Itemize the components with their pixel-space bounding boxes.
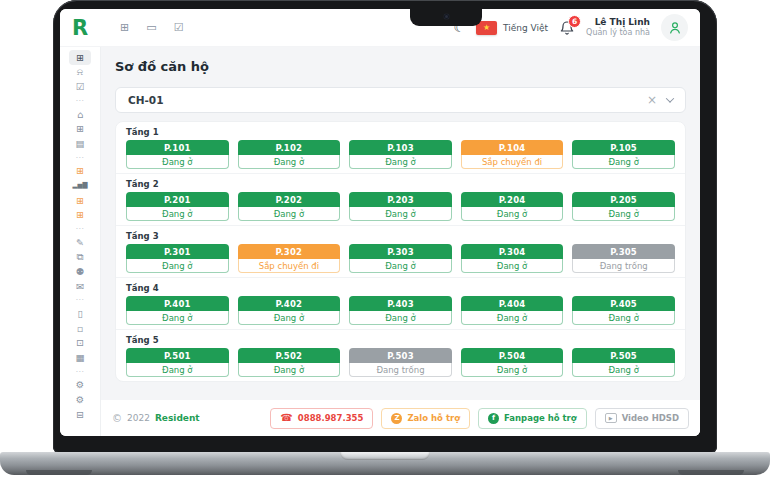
- room-number: P.504: [461, 348, 564, 363]
- media-icon: ⊡: [76, 337, 84, 348]
- room-card-p-102[interactable]: P.102Đang ở: [238, 140, 341, 169]
- page-title: Sơ đồ căn hộ: [115, 59, 686, 75]
- sidebar-item-home[interactable]: ⌂: [69, 107, 91, 122]
- room-card-p-503[interactable]: P.503Đang trống: [349, 348, 452, 377]
- room-number: P.105: [572, 140, 675, 155]
- sidebar-divider: ⋯: [76, 365, 85, 378]
- sidebar-divider: ⋯: [76, 222, 85, 235]
- sidebar-item-approvals[interactable]: ☑: [69, 79, 91, 94]
- room-card-p-205[interactable]: P.205Đang ở: [572, 192, 675, 221]
- webcam-icon: [444, 14, 449, 19]
- room-status: Đang ở: [572, 363, 675, 377]
- room-card-p-401[interactable]: P.401Đang ở: [126, 296, 229, 325]
- video-play-icon: ▶: [605, 413, 617, 423]
- room-card-p-302[interactable]: P.302Sắp chuyển đi: [238, 244, 341, 273]
- room-number: P.201: [126, 192, 229, 207]
- apartment-select-value: CH-01: [128, 94, 637, 106]
- room-number: P.103: [349, 140, 452, 155]
- room-card-p-405[interactable]: P.405Đang ở: [572, 296, 675, 325]
- sidebar-item-invoices[interactable]: ⊞: [69, 193, 91, 208]
- meters-icon: ⊞: [76, 209, 84, 220]
- room-card-p-105[interactable]: P.105Đang ở: [572, 140, 675, 169]
- dashboard-icon: ⊞: [76, 52, 84, 63]
- room-status: Đang ở: [349, 207, 452, 221]
- sidebar-divider: ⋯: [76, 94, 85, 107]
- notifications-button[interactable]: 6: [559, 20, 575, 36]
- sidebar-item-reports-chart[interactable]: ▂▅▇: [69, 178, 91, 193]
- language-switcher[interactable]: ★ Tiếng Việt: [476, 21, 548, 35]
- laptop-thumb-notch: [340, 452, 430, 460]
- phone-support-button[interactable]: ☎0888.987.355: [270, 408, 373, 429]
- documents-icon: ▫: [77, 323, 83, 334]
- sidebar-item-messages[interactable]: ✉: [69, 279, 91, 294]
- settings-icon: ⚙: [76, 379, 85, 390]
- room-card-p-301[interactable]: P.301Đang ở: [126, 244, 229, 273]
- room-card-p-305[interactable]: P.305Đang trống: [572, 244, 675, 273]
- sidebar-item-services[interactable]: ⊞: [69, 164, 91, 179]
- copyright-icon: ©: [112, 413, 122, 424]
- sidebar-item-settings[interactable]: ⚙: [69, 378, 91, 393]
- sidebar-divider: ⋯: [76, 293, 85, 306]
- tasks-check-icon[interactable]: ☑: [174, 21, 184, 34]
- room-card-p-502[interactable]: P.502Đang ở: [238, 348, 341, 377]
- room-card-p-204[interactable]: P.204Đang ở: [461, 192, 564, 221]
- floor-section: Tầng 2P.201Đang ởP.202Đang ởP.203Đang ởP…: [116, 173, 685, 225]
- room-number: P.503: [349, 348, 452, 363]
- sidebar-item-media[interactable]: ⊡: [69, 336, 91, 351]
- room-card-p-404[interactable]: P.404Đang ở: [461, 296, 564, 325]
- room-status: Đang ở: [461, 311, 564, 325]
- apartment-select[interactable]: CH-01 ×: [115, 87, 686, 113]
- sidebar: ⊞⍾☑⋯⌂⊞▤⋯⊞▂▅▇⊞⊞⋯✎⧉⚉✉⋯▯▫⊡▦⋯⚙⚙⊟: [60, 47, 100, 436]
- monitor-icon[interactable]: ▭: [146, 21, 156, 34]
- sidebar-item-calendar[interactable]: ▦: [69, 350, 91, 365]
- apartments-icon: ⊞: [76, 123, 84, 134]
- room-card-p-303[interactable]: P.303Đang ở: [349, 244, 452, 273]
- laptop-notch: [410, 9, 482, 26]
- sidebar-item-preferences[interactable]: ⚙: [69, 392, 91, 407]
- room-card-p-501[interactable]: P.501Đang ở: [126, 348, 229, 377]
- fanpage-support-button[interactable]: fFanpage hỗ trợ: [478, 408, 587, 429]
- sidebar-item-contracts-pen[interactable]: ✎: [69, 235, 91, 250]
- sidebar-item-dashboard[interactable]: ⊞: [69, 50, 91, 65]
- user-info[interactable]: Lê Thị Lình Quản lý tòa nhà: [586, 17, 650, 38]
- room-status: Đang ở: [572, 311, 675, 325]
- floor-section: Tầng 4P.401Đang ởP.402Đang ởP.403Đang ởP…: [116, 277, 685, 329]
- brand-link[interactable]: Resident: [155, 413, 200, 423]
- contracts-pen-icon: ✎: [76, 237, 84, 248]
- chevron-down-icon[interactable]: [666, 94, 674, 102]
- sidebar-item-display[interactable]: ⊟: [69, 407, 91, 422]
- room-card-p-403[interactable]: P.403Đang ở: [349, 296, 452, 325]
- sidebar-item-meters[interactable]: ⊞: [69, 207, 91, 222]
- room-card-p-304[interactable]: P.304Đang ở: [461, 244, 564, 273]
- room-number: P.301: [126, 244, 229, 259]
- video-support-button[interactable]: ▶Video HDSD: [595, 408, 689, 429]
- apps-grid-icon[interactable]: ⊞: [120, 21, 129, 34]
- room-card-p-203[interactable]: P.203Đang ở: [349, 192, 452, 221]
- stage: R ⊞▭☑ ☾ ★ Tiếng Việt 6 Lê Thị Lình: [0, 0, 770, 480]
- room-card-p-202[interactable]: P.202Đang ở: [238, 192, 341, 221]
- room-card-p-402[interactable]: P.402Đang ở: [238, 296, 341, 325]
- room-card-p-104[interactable]: P.104Sắp chuyển đi: [461, 140, 564, 169]
- sidebar-item-notifications[interactable]: ⍾: [69, 65, 91, 80]
- messages-icon: ✉: [76, 281, 84, 292]
- sidebar-item-devices[interactable]: ▯: [69, 306, 91, 321]
- footer-buttons: ☎0888.987.355ZZalo hỗ trợfFanpage hỗ trợ…: [270, 408, 689, 429]
- sidebar-item-documents[interactable]: ▫: [69, 321, 91, 336]
- sidebar-item-cards[interactable]: ▤: [69, 136, 91, 151]
- main-spacer: [115, 382, 686, 400]
- app-logo: R: [72, 16, 98, 40]
- clear-icon[interactable]: ×: [647, 94, 657, 106]
- avatar[interactable]: [661, 14, 688, 41]
- sidebar-item-residents[interactable]: ⚉: [69, 264, 91, 279]
- room-card-p-101[interactable]: P.101Đang ở: [126, 140, 229, 169]
- room-card-p-201[interactable]: P.201Đang ở: [126, 192, 229, 221]
- floor-label: Tầng 3: [126, 231, 675, 241]
- sidebar-item-apartments[interactable]: ⊞: [69, 121, 91, 136]
- sidebar-item-edit-forms[interactable]: ⧉: [69, 250, 91, 265]
- room-number: P.303: [349, 244, 452, 259]
- room-card-p-103[interactable]: P.103Đang ở: [349, 140, 452, 169]
- room-card-p-505[interactable]: P.505Đang ở: [572, 348, 675, 377]
- room-card-p-504[interactable]: P.504Đang ở: [461, 348, 564, 377]
- zalo-support-button[interactable]: ZZalo hỗ trợ: [381, 408, 470, 429]
- notifications-icon: ⍾: [77, 66, 83, 78]
